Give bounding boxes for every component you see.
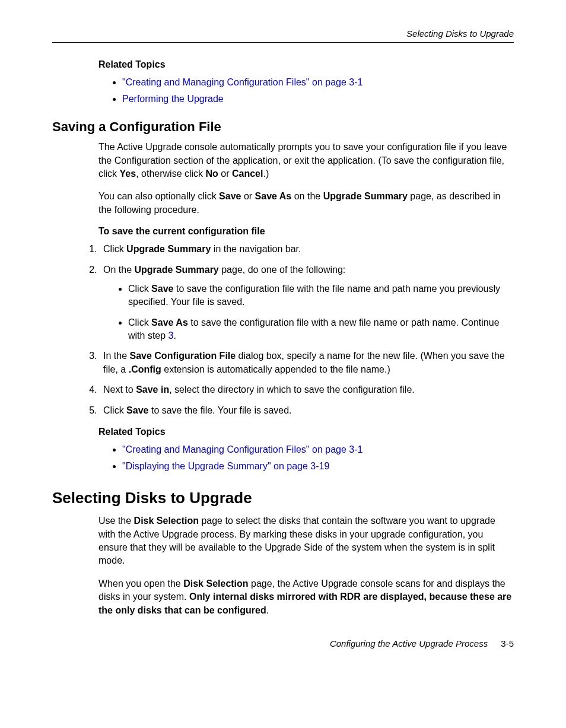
selecting-para-2: When you open the Disk Selection page, t…: [98, 577, 514, 617]
procedure-heading: To save the current configuration file: [98, 226, 514, 237]
step-4: Next to Save in, select the directory in…: [100, 383, 514, 396]
page-footer: Configuring the Active Upgrade Process 3…: [52, 638, 514, 648]
step-1: Click Upgrade Summary in the navigation …: [100, 243, 514, 256]
step-2: On the Upgrade Summary page, do one of t…: [100, 263, 514, 343]
link-displaying-upgrade-summary[interactable]: "Displaying the Upgrade Summary" on page…: [122, 461, 329, 471]
saving-para-1: The Active Upgrade console automatically…: [98, 141, 514, 180]
step-5: Click Save to save the file. Your file i…: [100, 404, 514, 417]
link-step-3[interactable]: 3: [168, 330, 174, 341]
list-item: "Creating and Managing Configuration Fil…: [122, 443, 514, 456]
procedure-steps: Click Upgrade Summary in the navigation …: [87, 243, 514, 417]
step-2-bullet-a: Click Save to save the configuration fil…: [128, 282, 514, 309]
selecting-disks-heading: Selecting Disks to Upgrade: [52, 489, 514, 507]
related-topics-heading-1: Related Topics: [98, 59, 514, 70]
related-topics-list-2: "Creating and Managing Configuration Fil…: [98, 443, 514, 472]
footer-chapter: Configuring the Active Upgrade Process: [330, 638, 488, 648]
related-topics-list-1: "Creating and Managing Configuration Fil…: [98, 76, 514, 105]
link-performing-upgrade[interactable]: Performing the Upgrade: [122, 94, 224, 104]
saving-para-2: You can also optionally click Save or Sa…: [98, 190, 514, 217]
saving-config-heading: Saving a Configuration File: [52, 119, 514, 135]
running-header: Selecting Disks to Upgrade: [52, 28, 514, 39]
list-item: "Displaying the Upgrade Summary" on page…: [122, 460, 514, 473]
list-item: "Creating and Managing Configuration Fil…: [122, 76, 514, 89]
step-2-bullet-b: Click Save As to save the configuration …: [128, 316, 514, 343]
selecting-para-1: Use the Disk Selection page to select th…: [98, 514, 514, 568]
link-creating-managing-config-2[interactable]: "Creating and Managing Configuration Fil…: [122, 444, 363, 454]
header-rule: [52, 42, 514, 43]
step-3: In the Save Configuration File dialog bo…: [100, 349, 514, 376]
footer-page-number: 3-5: [501, 638, 514, 648]
list-item: Performing the Upgrade: [122, 93, 514, 106]
related-topics-heading-2: Related Topics: [98, 427, 514, 437]
link-creating-managing-config[interactable]: "Creating and Managing Configuration Fil…: [122, 77, 363, 87]
